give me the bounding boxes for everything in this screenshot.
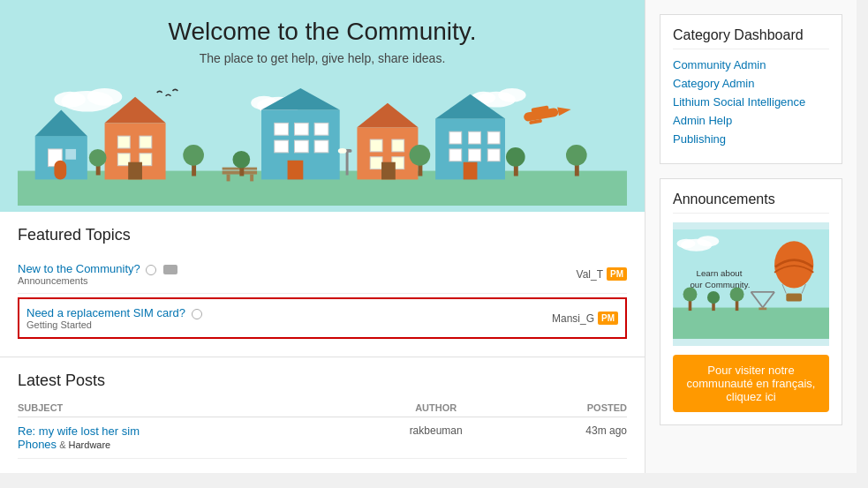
latest-posts-section: Latest Posts SUBJECT AUTHOR POSTED Re: m…: [0, 357, 645, 473]
svg-rect-29: [227, 175, 230, 182]
svg-rect-55: [469, 131, 481, 144]
svg-rect-23: [117, 154, 130, 166]
svg-rect-56: [487, 131, 500, 144]
list-item: Lithium Social Intelligence: [673, 95, 829, 109]
svg-rect-30: [250, 175, 253, 182]
svg-rect-58: [469, 149, 481, 161]
post-author: rakbeuman: [361, 417, 510, 459]
lithium-social-link[interactable]: Lithium Social Intelligence: [673, 95, 805, 109]
banner-subtitle: The place to get help, give help, share …: [18, 51, 627, 65]
svg-rect-22: [140, 136, 152, 148]
publishing-link[interactable]: Publishing: [673, 132, 726, 146]
svg-rect-39: [314, 140, 328, 153]
svg-point-74: [676, 239, 695, 249]
announcements-heading: Announcements: [673, 191, 829, 214]
svg-point-73: [697, 236, 719, 246]
sidebar: Category Dashboard Community Admin Categ…: [645, 0, 857, 473]
topic-item-highlighted: Need a replacement SIM card? Getting Sta…: [18, 297, 627, 339]
category-dashboard-widget: Category Dashboard Community Admin Categ…: [660, 14, 842, 164]
topic-author: Val_T: [577, 268, 603, 281]
category-admin-link[interactable]: Category Admin: [673, 77, 755, 90]
banner-illustration: [18, 74, 627, 212]
svg-rect-51: [381, 162, 396, 180]
admin-help-link[interactable]: Admin Help: [673, 114, 732, 127]
svg-rect-35: [294, 123, 308, 135]
list-item: Community Admin: [673, 58, 829, 71]
topic-link[interactable]: New to the Community?: [18, 262, 140, 275]
topic-meta: Mansi_G PM: [552, 312, 618, 325]
svg-rect-34: [275, 123, 289, 135]
list-item: Category Admin: [673, 77, 829, 90]
svg-rect-88: [759, 308, 766, 311]
svg-rect-47: [370, 139, 382, 152]
svg-point-27: [89, 149, 107, 167]
topic-category: Announcements: [18, 275, 177, 286]
featured-topics-section: Featured Topics New to the Community? An…: [0, 212, 645, 357]
svg-rect-36: [314, 123, 328, 135]
svg-rect-71: [673, 308, 829, 339]
french-button[interactable]: Pour visiter notre communauté en françai…: [673, 355, 829, 412]
tag-icon: [146, 265, 156, 275]
topic-item: New to the Community? Announcements Val_…: [18, 255, 627, 294]
svg-marker-10: [557, 105, 571, 116]
col-author: AUTHOR: [361, 399, 510, 417]
phones-link[interactable]: Phones: [18, 438, 57, 451]
svg-rect-59: [487, 149, 500, 161]
svg-point-42: [183, 145, 204, 166]
list-item: Admin Help: [673, 114, 829, 127]
svg-rect-54: [449, 131, 462, 144]
pm-badge[interactable]: PM: [607, 267, 627, 281]
svg-rect-37: [275, 140, 289, 153]
community-admin-link[interactable]: Community Admin: [673, 58, 766, 71]
category-dashboard-heading: Category Dashboard: [673, 27, 829, 49]
svg-point-69: [338, 148, 347, 154]
svg-marker-46: [357, 103, 418, 128]
svg-point-64: [506, 147, 525, 167]
topic-meta: Val_T PM: [577, 267, 627, 281]
svg-point-84: [730, 288, 744, 302]
svg-rect-38: [294, 140, 308, 153]
posts-table: SUBJECT AUTHOR POSTED Re: my wife lost h…: [18, 399, 627, 459]
topic-link[interactable]: Need a replacement SIM card?: [26, 306, 185, 319]
svg-marker-15: [35, 110, 87, 137]
svg-point-80: [683, 288, 698, 302]
svg-rect-49: [370, 157, 382, 169]
table-row: Re: my wife lost her sim Phones & Hardwa…: [18, 417, 627, 459]
announcements-image: Learn about our Community.: [673, 222, 829, 346]
svg-point-2: [54, 92, 85, 108]
post-subject: Re: my wife lost her sim Phones & Hardwa…: [18, 417, 361, 459]
announcements-widget: Announcements: [660, 178, 842, 425]
col-posted: POSTED: [510, 399, 627, 417]
svg-point-1: [87, 88, 122, 106]
svg-rect-57: [449, 149, 462, 161]
hardware-text: Hardware: [69, 439, 111, 450]
list-item: Publishing: [673, 132, 829, 146]
svg-point-7: [498, 88, 526, 102]
image-icon: [163, 265, 177, 274]
latest-posts-heading: Latest Posts: [18, 372, 627, 390]
svg-point-66: [566, 145, 587, 166]
svg-rect-17: [65, 149, 76, 160]
svg-rect-18: [54, 161, 66, 180]
svg-rect-48: [392, 139, 404, 152]
svg-rect-25: [128, 162, 142, 180]
pm-badge[interactable]: PM: [598, 312, 618, 325]
svg-rect-21: [117, 136, 130, 148]
topic-category: Getting Started: [26, 319, 202, 330]
svg-rect-60: [464, 162, 478, 180]
featured-topics-heading: Featured Topics: [18, 226, 627, 244]
col-subject: SUBJECT: [18, 399, 361, 417]
svg-rect-78: [786, 294, 802, 302]
topic-author: Mansi_G: [552, 312, 594, 325]
post-category: Phones & Hardware: [18, 438, 361, 451]
svg-point-44: [232, 151, 250, 169]
svg-point-82: [707, 291, 720, 304]
svg-text:Learn about: Learn about: [697, 268, 743, 278]
banner-title: Welcome to the Community.: [18, 18, 627, 46]
banner: Welcome to the Community. The place to g…: [0, 0, 645, 212]
post-title-link[interactable]: Re: my wife lost her sim: [18, 424, 140, 438]
svg-text:our Community.: our Community.: [690, 280, 750, 289]
tag-icon: [192, 309, 202, 319]
category-separator: &: [57, 439, 68, 450]
main-content: Welcome to the Community. The place to g…: [0, 0, 645, 473]
